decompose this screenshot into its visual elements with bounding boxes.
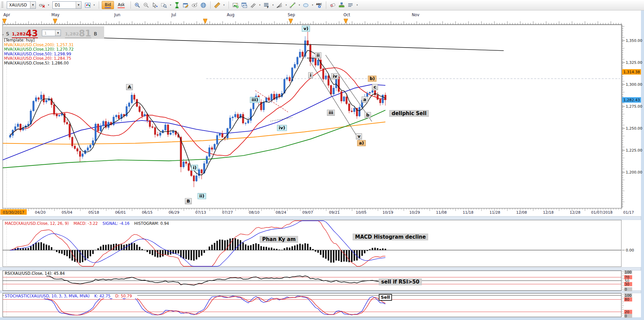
annotation-iii[interactable]: iii) [250,97,260,103]
panel-splitter[interactable] [0,216,641,220]
eraser-icon[interactable] [329,1,337,9]
ellipse-icon-dropdown[interactable]: ▾ [311,1,314,9]
rsi-level-label: 100 [625,270,631,274]
fibonacci-icon-dropdown[interactable]: ▾ [271,1,275,9]
toolbar-separator [326,1,326,9]
annotation-a[interactable]: a [362,97,368,103]
web-icon[interactable] [199,1,208,9]
visibility-icon[interactable] [191,1,199,9]
macd-name: MACD(XAU/USD.Close, 12, 26, 9) [5,221,69,226]
chart-canvas[interactable]: AprMayJunJulAugSepOctNov1,350.001,325.00… [0,10,644,320]
ask-price[interactable]: 1,28281 [65,30,91,38]
macd-histogram-bar [351,250,352,262]
event-marker-icon[interactable] [2,19,6,24]
candle [79,151,81,157]
annotation-dellphic-sell[interactable]: dellphic Sell [389,110,429,117]
ruler-icon[interactable] [213,1,221,9]
cursor-add-icon[interactable] [151,1,159,9]
annotation-v[interactable]: v) [302,26,310,32]
trendline-icon-dropdown[interactable]: ▾ [258,1,262,9]
candle [154,128,156,135]
chart-type-icon-dropdown[interactable]: ▾ [92,1,96,9]
annotation-a[interactable]: a) [357,140,366,146]
annotation-a[interactable]: A [126,84,133,90]
date-label: 10/05 [356,210,366,215]
rsi-panel[interactable]: 1007050300 [3,270,632,291]
fan-lines-icon[interactable] [276,1,284,9]
candle [302,52,304,56]
annotation-i[interactable]: i [308,72,313,78]
candle [160,133,161,135]
zoom-box-icon[interactable] [160,1,168,9]
annotation-c[interactable]: c [372,84,378,90]
annotation-iv[interactable]: iv) [277,125,287,131]
fit-height-icon[interactable] [173,1,181,9]
bid-button[interactable]: Bid [102,1,114,9]
event-marker-icon[interactable] [344,19,348,24]
annotation-b[interactable]: B [185,198,192,204]
annotation-ii[interactable]: ii [315,52,321,58]
fan-lines-icon-dropdown[interactable]: ▾ [284,1,288,9]
quote-panel: S 1,28243 1 ▼ 1,28281 B [3,26,104,39]
annotation-iv[interactable]: iv [331,73,339,79]
annotation-b[interactable]: b [364,112,371,118]
candle [108,122,110,128]
ask-button[interactable]: Ask [115,1,128,9]
chevron-down-icon[interactable]: ▼ [55,30,61,36]
sell-button[interactable]: S [6,31,9,38]
price-axis[interactable]: 1,350.001,325.001,300.001,275.001,250.00… [622,25,642,208]
date-axis[interactable]: 03/30/201704/2005/0405/1806/0106/1506/29… [0,208,634,215]
ellipse-icon[interactable] [302,1,310,9]
amount-select[interactable]: 1 ▼ [42,30,61,36]
annotation-macd-histogram-decline[interactable]: MACD Histogram decline [353,234,428,240]
annotation-phan-ky-am[interactable]: Phan Ky am [260,236,298,243]
panel-splitter[interactable] [0,267,641,270]
fibonacci-icon[interactable]: F [262,1,270,9]
macd-histogram-bar [209,246,210,250]
zoom-out-icon[interactable] [142,1,150,9]
buy-button[interactable]: B [94,31,97,38]
trendline-icon[interactable] [249,1,257,9]
annotation-b[interactable]: b) [368,76,376,82]
time-ruler[interactable]: AprMayJunJulAugSepOctNov [2,12,622,25]
ruler-icon-dropdown[interactable]: ▾ [222,1,226,9]
annotation-sell-if-rsi-50[interactable]: sell if RSI>50 [379,278,422,285]
text-add-icon[interactable]: ABC [315,1,323,9]
object-tree-icon[interactable] [338,1,346,9]
annotation-v[interactable]: v [356,133,362,139]
unlink-icon-dropdown[interactable]: ▾ [47,1,50,9]
event-marker-icon[interactable] [289,19,293,24]
annotation-sell[interactable]: Sell [379,294,392,301]
menu-list-icon[interactable] [347,1,355,9]
annotation-ii[interactable]: ii) [198,193,206,199]
annotation-i[interactable]: i) [191,165,198,171]
chart-type-icon[interactable] [84,1,92,9]
unlink-icon[interactable] [38,1,46,9]
macd-zero-label: 0.00 [626,248,634,252]
stoch-level-label: 0 [625,314,627,318]
zoom-in-icon[interactable] [134,1,142,9]
candle [351,111,353,112]
panel-splitter[interactable] [0,291,641,293]
event-marker-icon[interactable] [203,19,207,24]
symbol-select[interactable]: XAU/USD▼ [7,1,36,9]
svg-text:ABC: ABC [316,3,322,6]
macd-panel[interactable]: 0.00 [3,220,634,267]
bid-price[interactable]: 1,28243 [12,30,38,38]
timeframe-select[interactable]: D1▼ [52,1,81,9]
zoom-box-icon-dropdown[interactable]: ▾ [169,1,172,9]
macd-histogram-bar [385,249,386,250]
draw-line-icon-dropdown[interactable]: ▾ [297,1,301,9]
draw-line-icon[interactable] [289,1,297,9]
menu-list-icon-dropdown[interactable]: ▾ [355,1,359,9]
window-edit-icon[interactable] [182,1,190,9]
chart-area[interactable]: AprMayJunJulAugSepOctNov1,350.001,325.00… [0,10,644,320]
stoch-k-line [44,296,386,315]
macd-histogram-bar [64,250,65,255]
annotation-iii[interactable]: iii [327,110,335,116]
chevron-down-icon[interactable]: ▼ [30,2,35,8]
send-chart-icon[interactable] [240,1,248,9]
event-marker-icon[interactable] [53,19,57,24]
chevron-down-icon[interactable]: ▼ [76,2,81,8]
image-add-icon[interactable] [232,1,240,9]
